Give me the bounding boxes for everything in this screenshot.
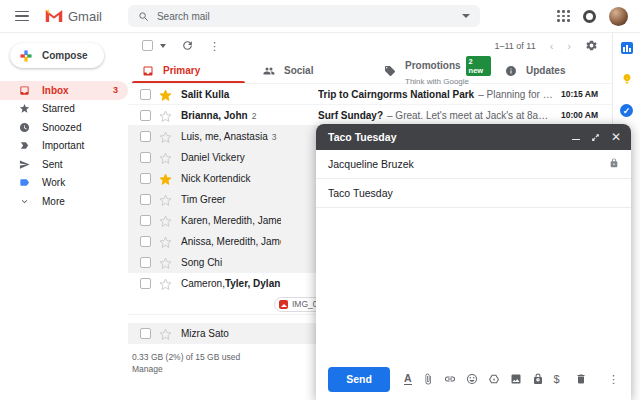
attach-file-icon[interactable]	[422, 373, 434, 385]
row-checkbox[interactable]	[140, 152, 151, 163]
calendar-icon[interactable]	[621, 42, 633, 54]
star-icon[interactable]	[159, 88, 172, 101]
emoji-icon[interactable]	[466, 373, 478, 385]
sidebar-item-snoozed[interactable]: Snoozed	[0, 118, 128, 137]
formatting-options-icon[interactable]: A	[404, 373, 412, 385]
inbox-tabs: Primary Social Promotions 2 new Think wi…	[128, 58, 612, 84]
select-all-checkbox[interactable]	[142, 40, 153, 51]
row-checkbox[interactable]	[140, 215, 151, 226]
list-toolbar: ⋮ 1–11 of 11 ‹ ›	[128, 33, 612, 58]
older-page-icon[interactable]: ›	[567, 41, 571, 51]
gmail-logo: Gmail	[45, 9, 102, 24]
search-input[interactable]: Search mail	[157, 11, 454, 22]
sidebar-item-label: Important	[42, 140, 84, 151]
row-checkbox[interactable]	[140, 257, 151, 268]
send-button[interactable]: Send	[328, 367, 390, 392]
star-icon[interactable]	[159, 256, 172, 269]
compose-footer: Send A $ ⋮	[316, 358, 631, 400]
tab-social[interactable]: Social	[249, 58, 370, 83]
row-checkbox[interactable]	[140, 236, 151, 247]
left-sidebar: Compose Inbox 3 Starred Snoozed	[0, 33, 128, 400]
tab-label: Primary	[163, 65, 200, 76]
confidential-mode-icon[interactable]	[532, 373, 544, 385]
drive-icon[interactable]	[488, 373, 500, 385]
star-icon[interactable]	[159, 277, 172, 290]
account-ring-icon[interactable]	[583, 10, 596, 23]
subject-snippet: Surf Sunday?– Great. Let's meet at Jack'…	[318, 110, 553, 121]
tab-primary[interactable]: Primary	[128, 58, 249, 83]
tab-updates[interactable]: Updates	[491, 58, 612, 83]
search-icon	[138, 11, 149, 22]
sender: Anissa, Meredith, James3	[181, 236, 281, 247]
expand-icon[interactable]	[591, 128, 600, 146]
newer-page-icon[interactable]: ‹	[550, 41, 554, 51]
star-icon[interactable]	[159, 193, 172, 206]
row-checkbox[interactable]	[140, 328, 151, 339]
tab-label: Promotions	[405, 60, 461, 71]
star-icon[interactable]	[159, 109, 172, 122]
row-checkbox[interactable]	[140, 89, 151, 100]
sidebar-item-important[interactable]: Important	[0, 137, 128, 156]
star-icon[interactable]	[159, 214, 172, 227]
manage-storage-link[interactable]: Manage	[132, 364, 163, 374]
sidebar-nav: Inbox 3 Starred Snoozed Important	[0, 81, 128, 211]
tab-promotions[interactable]: Promotions 2 new Think with Google	[370, 58, 491, 83]
subject-snippet: Trip to Cairngorms National Park– Planni…	[318, 89, 553, 100]
tab-label: Social	[284, 65, 313, 76]
people-icon	[263, 65, 275, 77]
sender: Mizra Sato	[181, 328, 281, 339]
compose-button[interactable]: Compose	[10, 43, 104, 68]
keep-icon[interactable]	[621, 73, 633, 85]
sidebar-item-more[interactable]: More	[0, 192, 128, 211]
sidebar-item-inbox[interactable]: Inbox 3	[0, 81, 128, 100]
row-checkbox[interactable]	[140, 131, 151, 142]
compose-label: Compose	[42, 50, 88, 61]
row-checkbox[interactable]	[140, 110, 151, 121]
tasks-icon[interactable]: ✓	[620, 104, 633, 117]
timestamp: 10:15 AM	[561, 89, 598, 99]
more-send-options-icon[interactable]: ⋮	[608, 374, 619, 384]
sidebar-item-sent[interactable]: Sent	[0, 155, 128, 174]
tab-label: Updates	[526, 65, 565, 76]
chevron-down-icon	[19, 196, 30, 207]
search-options-caret-icon[interactable]	[462, 14, 470, 18]
recipient-field[interactable]: Jacqueline Bruzek	[316, 150, 631, 179]
insert-link-icon[interactable]	[444, 373, 456, 385]
send-icon	[19, 159, 30, 170]
sidebar-item-starred[interactable]: Starred	[0, 100, 128, 119]
star-icon[interactable]	[159, 130, 172, 143]
search-bar[interactable]: Search mail	[128, 5, 480, 27]
star-icon[interactable]	[159, 327, 172, 340]
compose-header[interactable]: Taco Tuesday ✕	[316, 124, 631, 150]
row-checkbox[interactable]	[140, 173, 151, 184]
select-caret-icon[interactable]	[160, 44, 166, 48]
sender: Song Chi	[181, 257, 281, 268]
subject-field[interactable]: Taco Tuesday	[316, 179, 631, 208]
refresh-icon[interactable]	[181, 39, 194, 52]
gmail-m-icon	[45, 9, 63, 23]
recipient-name: Jacqueline Bruzek	[328, 158, 414, 170]
send-money-icon[interactable]: $	[554, 373, 560, 385]
google-apps-icon[interactable]	[557, 10, 570, 22]
sidebar-item-label: Starred	[42, 103, 75, 114]
discard-draft-icon[interactable]	[575, 373, 587, 385]
email-row[interactable]: Brianna, John2 Surf Sunday?– Great. Let'…	[128, 105, 612, 126]
row-checkbox[interactable]	[140, 278, 151, 289]
close-icon[interactable]: ✕	[611, 132, 621, 142]
hamburger-menu-icon[interactable]	[15, 11, 29, 22]
row-checkbox[interactable]	[140, 194, 151, 205]
more-options-icon[interactable]: ⋮	[209, 41, 220, 51]
star-icon[interactable]	[159, 172, 172, 185]
sidebar-item-work[interactable]: Work	[0, 174, 128, 193]
inbox-count: 3	[113, 85, 118, 95]
email-row[interactable]: Salit Kulla Trip to Cairngorms National …	[128, 84, 612, 105]
message-body[interactable]	[316, 208, 631, 358]
sender: Tim Greer	[181, 194, 281, 205]
minimize-icon[interactable]	[572, 139, 580, 141]
user-avatar[interactable]	[609, 7, 628, 26]
star-icon[interactable]	[159, 235, 172, 248]
insert-photo-icon[interactable]	[510, 373, 522, 385]
important-marker-icon	[19, 140, 30, 151]
settings-gear-icon[interactable]	[585, 39, 598, 52]
star-icon[interactable]	[159, 151, 172, 164]
